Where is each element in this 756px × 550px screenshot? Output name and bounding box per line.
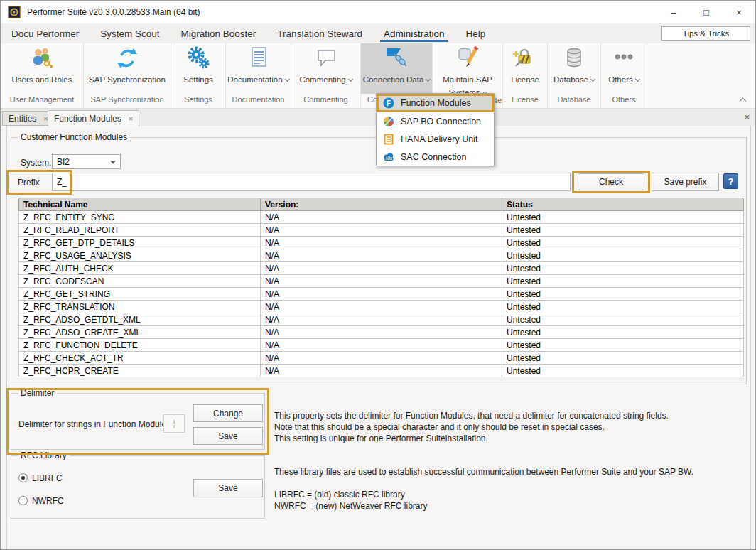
tab-function-modules[interactable]: Function Modules × xyxy=(48,110,139,126)
table-row[interactable]: Z_RFC_HCPR_CREATEN/AUntested xyxy=(19,365,744,377)
prefix-value: Z_ xyxy=(57,177,67,187)
database-icon xyxy=(548,45,600,72)
table-row[interactable]: Z_RFC_READ_REPORTN/AUntested xyxy=(19,224,744,237)
database-button[interactable]: Database xyxy=(548,43,600,94)
table-row[interactable]: Z_RFC_ENTITY_SYNCN/AUntested xyxy=(19,211,744,224)
tab-label: Migration Booster xyxy=(181,28,256,39)
delimiter-description: This property sets the delimiter for Fun… xyxy=(274,410,669,444)
maximize-button[interactable]: □ xyxy=(690,1,723,23)
ribbon-group-database: Database Database xyxy=(548,43,601,108)
users-and-roles-button[interactable]: Users and Roles xyxy=(1,43,83,94)
app-window: Performer Suite v20.3.0.0.28533 Main (64… xyxy=(0,0,756,550)
nwrfc-radio[interactable] xyxy=(18,496,28,505)
table-row[interactable]: Z_RFC_ADSO_CREATE_XMLN/AUntested xyxy=(19,326,744,339)
tab-migration-booster[interactable]: Migration Booster xyxy=(171,23,267,43)
ribbon-tab-bar: Docu Performer System Scout Migration Bo… xyxy=(1,23,755,43)
app-logo-icon xyxy=(8,6,21,18)
menu-item-function-modules[interactable]: F Function Modules xyxy=(377,94,494,112)
save-prefix-button[interactable]: Save prefix xyxy=(652,173,719,191)
ribbon-button-label: SAP Synchronization xyxy=(89,75,166,84)
settings-button[interactable]: Settings xyxy=(171,43,225,94)
function-modules-page: Customer Function Modules System: BI2 Pr… xyxy=(1,126,755,550)
menu-item-hana-delivery-unit[interactable]: HANA Delivery Unit xyxy=(377,130,494,148)
ribbon-group-caption: Documentation xyxy=(226,94,291,108)
tab-entities[interactable]: Entities × xyxy=(2,111,55,126)
column-header-technical-name[interactable]: Technical Name xyxy=(19,198,261,211)
description-line: Note that this should be a special chara… xyxy=(274,421,669,433)
tab-translation-steward[interactable]: Translation Steward xyxy=(266,23,373,43)
nwrfc-radio-label[interactable]: NWRFC xyxy=(32,496,64,506)
page-border-left xyxy=(6,126,7,550)
tips-and-tricks-button[interactable]: Tips & Tricks xyxy=(662,26,750,41)
tab-docu-performer[interactable]: Docu Performer xyxy=(1,23,90,43)
librfc-radio-label[interactable]: LIBRFC xyxy=(32,473,63,483)
tab-label: System Scout xyxy=(100,28,159,39)
table-row[interactable]: Z_RFC_CHECK_ACT_TRN/AUntested xyxy=(19,352,744,365)
table-row[interactable]: Z_RFC_AUTH_CHECKN/AUntested xyxy=(19,262,744,275)
description-line: NWRFC = (new) NetWeaver RFC library xyxy=(274,500,427,512)
rfc-library-groupbox: RFC Library LIBRFC NWRFC Save xyxy=(11,455,265,519)
function-modules-icon: F xyxy=(383,97,394,109)
ribbon-group-license: License License xyxy=(503,43,548,108)
description-line: LIBRFC = (old) classic RFC library xyxy=(274,489,427,500)
menu-item-sap-bo-connection[interactable]: SAP BO Connection xyxy=(377,112,494,130)
page-border-right xyxy=(750,126,751,550)
system-combobox[interactable]: BI2 xyxy=(52,154,121,169)
ribbon-button-label: Database xyxy=(554,75,588,84)
connection-data-dropdown-menu: F Function Modules SAP BO Connection HAN… xyxy=(376,93,495,166)
function-modules-table: Technical Name Version: Status Z_RFC_ENT… xyxy=(18,198,744,377)
librfc-radio[interactable] xyxy=(18,473,28,482)
sap-bo-icon xyxy=(383,116,394,127)
menu-item-sac-connection[interactable]: SAC Connection xyxy=(377,148,494,166)
table-row[interactable]: Z_RFC_FUNCTION_DELETEN/AUntested xyxy=(19,339,744,352)
table-row[interactable]: Z_RFC_USAGE_ANALYSISN/AUntested xyxy=(19,249,744,262)
collapse-ribbon-icon[interactable] xyxy=(740,98,747,105)
save-delimiter-button[interactable]: Save xyxy=(193,427,263,445)
tab-system-scout[interactable]: System Scout xyxy=(90,23,170,43)
column-header-version[interactable]: Version: xyxy=(261,198,502,211)
ribbon-group-caption: Settings xyxy=(171,94,225,108)
ribbon-button-label: Connection Data xyxy=(363,75,424,84)
connection-data-button[interactable]: Connection Data xyxy=(361,43,432,94)
delimiter-value-field[interactable]: ¦ xyxy=(163,414,185,433)
change-delimiter-button[interactable]: Change xyxy=(193,404,263,422)
table-row[interactable]: Z_RFC_TRANSLATIONN/AUntested xyxy=(19,301,744,313)
chevron-down-icon xyxy=(110,161,116,164)
ribbon-group-sap-synchronization: SAP Synchronization SAP Synchronization xyxy=(84,43,171,108)
sap-synchronization-button[interactable]: SAP Synchronization xyxy=(84,43,171,94)
check-button[interactable]: Check xyxy=(578,173,644,190)
ribbon-group-caption: Database xyxy=(548,94,600,108)
comment-icon xyxy=(291,45,360,72)
help-icon[interactable]: ? xyxy=(723,173,738,189)
license-button[interactable]: License xyxy=(503,43,547,94)
prefix-input[interactable]: Z_ xyxy=(52,173,571,191)
commenting-button[interactable]: Commenting xyxy=(291,43,360,94)
svg-text:F: F xyxy=(387,99,391,107)
column-header-status[interactable]: Status xyxy=(502,198,744,211)
save-rfc-button[interactable]: Save xyxy=(193,479,263,497)
table-row[interactable]: Z_RFC_ADSO_GETDTL_XMLN/AUntested xyxy=(19,313,744,326)
tab-label: Docu Performer xyxy=(11,28,79,39)
ribbon-group-caption: User Management xyxy=(1,94,83,108)
delimiter-field-label: Delimiter for strings in Function Module… xyxy=(18,419,171,429)
ribbon-group-caption: SAP Synchronization xyxy=(84,94,171,108)
maintain-sap-systems-button[interactable]: Maintain SAP Systems xyxy=(433,43,502,95)
documentation-button[interactable]: Documentation xyxy=(226,43,291,94)
system-value: BI2 xyxy=(57,157,70,167)
table-row[interactable]: Z_RFC_GET_DTP_DETAILSN/AUntested xyxy=(19,237,744,249)
menu-item-label: SAP BO Connection xyxy=(401,117,481,126)
table-row[interactable]: Z_RFC_GET_STRINGN/AUntested xyxy=(19,288,744,301)
tab-label: Translation Steward xyxy=(277,28,362,39)
menu-item-label: SAC Connection xyxy=(401,152,466,162)
delimiter-value: ¦ xyxy=(173,419,175,428)
others-button[interactable]: Others xyxy=(601,43,647,94)
panel-close-icon[interactable]: × xyxy=(744,112,750,122)
tab-administration[interactable]: Administration xyxy=(373,23,455,43)
license-lock-icon xyxy=(503,45,547,72)
tab-close-icon[interactable]: × xyxy=(129,114,133,123)
minimize-button[interactable]: – xyxy=(657,1,690,23)
tab-help[interactable]: Help xyxy=(455,23,496,43)
ribbon-group-others: Others Others xyxy=(601,43,647,108)
table-row[interactable]: Z_RFC_CODESCANN/AUntested xyxy=(19,275,744,288)
close-button[interactable]: × xyxy=(723,1,755,23)
